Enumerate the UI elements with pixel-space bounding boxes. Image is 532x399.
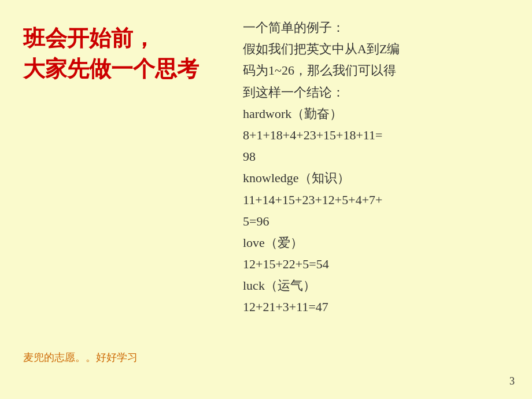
content-line: love（爱） — [243, 232, 515, 253]
title-line2: 大家先做一个思考 — [23, 54, 231, 84]
content-line: 98 — [243, 146, 515, 167]
content-line: luck（运气） — [243, 275, 515, 295]
content-line: 12+21+3+11=47 — [243, 297, 515, 317]
content-line: hardwork（勤奋） — [243, 104, 515, 124]
title-line1: 班会开始前， — [23, 23, 231, 54]
content-line: 12+15+22+5=54 — [243, 254, 515, 274]
left-bottom-note: 麦兜的志愿。。好好学习 — [23, 350, 138, 364]
content-line: 到这样一个结论： — [243, 82, 515, 102]
content-line: 一个简单的例子： — [243, 17, 515, 38]
content-line: knowledge（知识） — [243, 168, 515, 188]
slide: 班会开始前， 大家先做一个思考 麦兜的志愿。。好好学习 一个简单的例子：假如我们… — [0, 0, 532, 399]
content-line: 11+14+15+23+12+5+4+7+ — [243, 190, 515, 210]
right-content: 一个简单的例子：假如我们把英文中从A到Z编码为1~26，那么我们可以得到这样一个… — [243, 17, 515, 376]
content-line: 8+1+18+4+23+15+18+11= — [243, 125, 515, 145]
content-line: 码为1~26，那么我们可以得 — [243, 60, 515, 80]
left-title: 班会开始前， 大家先做一个思考 — [23, 23, 231, 84]
content-line: 5=96 — [243, 211, 515, 231]
left-title-text: 班会开始前， 大家先做一个思考 — [23, 23, 231, 84]
page-number: 3 — [509, 375, 515, 387]
content-line: 假如我们把英文中从A到Z编 — [243, 39, 515, 59]
